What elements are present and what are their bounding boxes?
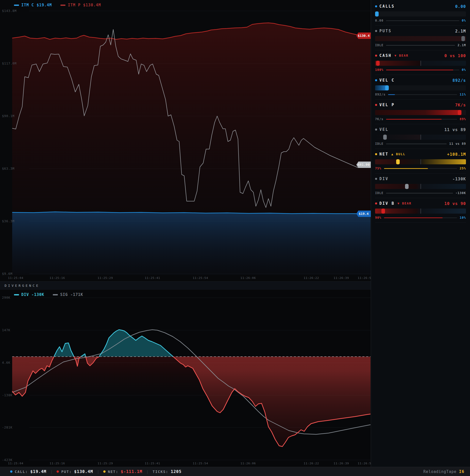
- metric-label-divb: DIV B: [379, 201, 395, 206]
- metric-progress-fill-vel: [386, 144, 447, 144]
- reloading-tape-app: ITM C $19.4MITM P $130.4M $143.8M$117.0M…: [0, 0, 470, 476]
- metric-center-notch: [421, 184, 421, 189]
- metric-sub-right-vel: 11 vs 89: [449, 142, 466, 146]
- metric-header-velc: VEL C892/s: [375, 77, 466, 83]
- metric-slider-velc[interactable]: [375, 85, 466, 90]
- metric-handle-calls[interactable]: [375, 11, 379, 17]
- metric-sub-net: 75%25%: [375, 167, 466, 170]
- metric-sub-right-velc: 11%: [460, 93, 466, 96]
- metric-sub-left-cash: 100%: [375, 68, 383, 72]
- metric-label-calls: CALLS: [379, 4, 395, 9]
- sidebar-row-divb: DIV B▼ BEAR10 vs 9090%10%: [375, 198, 466, 223]
- status-separator: |: [97, 470, 99, 474]
- metric-handle-cash[interactable]: [376, 61, 380, 66]
- metric-slider-vel[interactable]: [375, 135, 466, 140]
- metric-sub-vel: IDLE11 vs 89: [375, 142, 466, 146]
- metric-slider-velp[interactable]: [375, 110, 466, 115]
- divergence-x-tick: 11:25:29: [98, 462, 113, 465]
- metric-value-puts: 2.1M: [455, 29, 466, 34]
- metric-handle-velp[interactable]: [458, 110, 461, 115]
- sig-legend-label: SIG -171K: [60, 292, 83, 297]
- status-value: $19.4M: [30, 469, 46, 474]
- metric-handle-velc[interactable]: [385, 85, 389, 90]
- metric-label-net: NET: [379, 152, 389, 156]
- status-item-put: PUT:$130.4M: [57, 469, 93, 474]
- main-y-tick: $90.1M: [2, 114, 14, 118]
- metric-value-velp: 7K/s: [455, 103, 466, 107]
- metric-dot-velp-icon: [375, 104, 377, 106]
- metric-header-divb: DIV B▼ BEAR10 vs 90: [375, 201, 466, 206]
- main-x-tick: 11:25:29: [98, 276, 113, 280]
- metric-handle-divb[interactable]: [381, 209, 385, 214]
- metric-slider-puts[interactable]: [375, 36, 466, 41]
- main-x-tick: 11:25:04: [8, 276, 24, 280]
- metric-sub-left-div: IDLE: [375, 191, 383, 195]
- metric-dot-velc-icon: [375, 79, 377, 81]
- status-separator: |: [51, 470, 53, 474]
- metric-progress-calls: [386, 20, 459, 21]
- itm-c-swatch: [14, 5, 19, 6]
- metric-label-div: DIV: [379, 177, 389, 181]
- sidebar-row-velp: VEL P7K/s7K/s89%: [375, 100, 466, 124]
- metric-progress-net: [384, 168, 457, 169]
- status-value: 1205: [171, 469, 182, 474]
- main-legend-item: ITM C $19.4M: [14, 3, 52, 7]
- metric-header-cash: CASH▼ BEAR0 vs 100: [375, 53, 466, 58]
- main-x-tick: 11:25:54: [193, 276, 208, 280]
- sidebar-row-div: DIV-130KIDLE-130K: [375, 173, 466, 198]
- metric-handle-puts[interactable]: [461, 36, 465, 41]
- divergence-title: DIVERGENCE: [5, 284, 40, 288]
- status-dot-icon: [10, 470, 12, 473]
- status-label: NET:: [108, 470, 119, 474]
- metric-slider-cash[interactable]: [375, 61, 466, 66]
- status-bar: CALL:$19.4M|PUT:$130.4M|NET:$-111.1M|TIC…: [0, 467, 470, 476]
- metric-sub-right-net: 25%: [460, 167, 466, 170]
- metric-handle-vel[interactable]: [383, 135, 387, 140]
- divergence-x-tick: 11:25:04: [8, 462, 24, 465]
- metric-sub-cash: 100%0%: [375, 68, 466, 72]
- metric-header-calls: CALLS0.00: [375, 4, 466, 9]
- div-swatch: [14, 294, 19, 295]
- metric-label-velp: VEL P: [379, 103, 395, 107]
- metric-progress-fill-calls: [386, 20, 459, 21]
- divergence-legend-item: DIV -130K: [14, 292, 44, 297]
- metric-progress-fill-puts: [386, 45, 455, 46]
- sidebar-row-calls: CALLS0.000.000%: [375, 1, 466, 26]
- metric-sub-right-divb: 10%: [460, 216, 466, 219]
- status-label: CALL:: [15, 470, 28, 474]
- metric-label-vel: VEL: [379, 127, 389, 132]
- metric-header-puts: PUTS2.1M: [375, 28, 466, 34]
- metric-sub-left-velp: 7K/s: [375, 117, 383, 121]
- metric-handle-div[interactable]: [405, 184, 409, 189]
- main-chart-panel[interactable]: ITM C $19.4MITM P $130.4M $143.8M$117.0M…: [0, 0, 371, 281]
- metric-sub-right-velp: 89%: [460, 117, 466, 121]
- brand-name: ReloadingTape: [423, 469, 456, 474]
- status-item-net: NET:$-111.1M: [103, 469, 142, 474]
- metric-progress-velc: [388, 94, 457, 95]
- metric-slider-net[interactable]: [375, 159, 466, 164]
- metric-slider-div[interactable]: [375, 184, 466, 189]
- metric-sub-right-div: -130K: [456, 191, 466, 195]
- metric-dot-cash-icon: [375, 55, 377, 57]
- metric-slider-calls[interactable]: [375, 11, 466, 17]
- metric-dot-div-icon: [375, 178, 377, 180]
- metric-slider-divb[interactable]: [375, 209, 466, 214]
- metric-value-cash: 0 vs 100: [444, 53, 466, 58]
- metric-label-velc: VEL C: [379, 78, 395, 83]
- divergence-y-tick: 147K: [2, 328, 10, 332]
- metric-center-notch: [421, 159, 421, 164]
- metric-sub-right-cash: 0%: [462, 68, 466, 72]
- last-value-tag: $130.4: [356, 33, 371, 39]
- div-legend-label: DIV -130K: [21, 292, 44, 297]
- divergence-panel[interactable]: DIV -130KSIG -171K 290K147K4.6K-138K-281…: [0, 290, 371, 467]
- metric-dot-vel-icon: [375, 129, 377, 131]
- metric-handle-net[interactable]: [396, 159, 400, 164]
- metric-sub-right-puts: 2.1M: [458, 43, 466, 47]
- sidebar-row-velc: VEL C892/s892/s11%: [375, 75, 466, 100]
- metric-sub-calls: 0.000%: [375, 19, 466, 22]
- last-value-tag: 681.00: [356, 162, 371, 168]
- metric-value-vel: 11 vs 89: [444, 127, 466, 132]
- metric-progress-fill-div: [386, 193, 453, 194]
- metric-center-notch: [421, 209, 421, 214]
- divergence-svg: [0, 290, 371, 467]
